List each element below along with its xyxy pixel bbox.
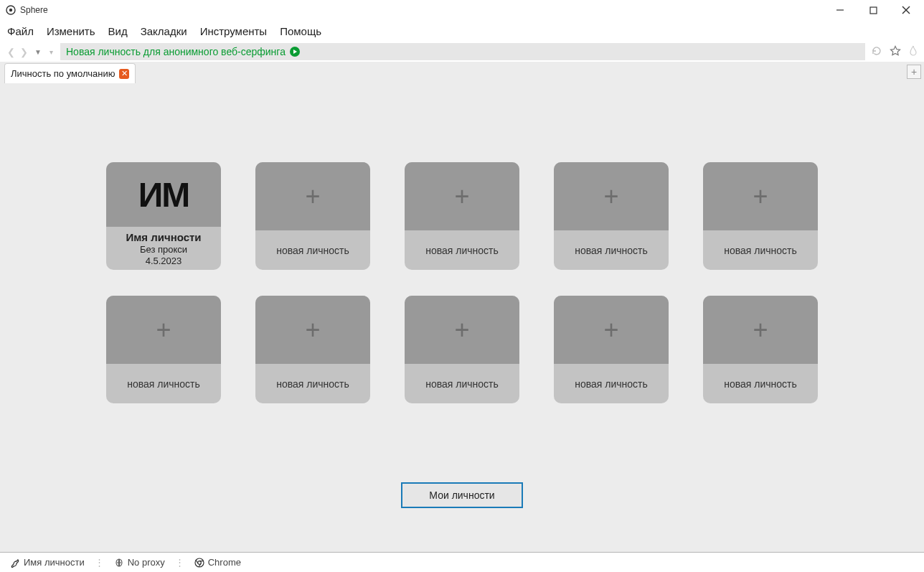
new-identity-card[interactable]: + новая личность (255, 296, 370, 403)
status-separator: ⋮ (175, 557, 184, 568)
svg-rect-3 (870, 7, 877, 14)
new-identity-label: новая личность (276, 245, 349, 256)
close-button[interactable] (890, 0, 923, 20)
new-identity-label: новая личность (724, 378, 797, 390)
my-identities-button[interactable]: Мои личности (401, 482, 523, 508)
new-identity-card[interactable]: + новая личность (554, 162, 669, 270)
new-identity-card[interactable]: + новая личность (106, 296, 221, 403)
new-identity-label: новая личность (425, 245, 499, 256)
new-identity-label: новая личность (425, 378, 499, 390)
tab-label: Личность по умолчанию (11, 68, 115, 79)
plus-icon: + (305, 182, 320, 212)
tab-close-icon[interactable]: ✕ (119, 69, 129, 79)
forward-button[interactable]: ❯ (19, 47, 29, 57)
flame-icon[interactable] (908, 45, 918, 59)
new-identity-card[interactable]: + новая личность (703, 162, 818, 270)
addressbar: ❮ ❯ ▼ ▾ Новая личность для анонимного ве… (0, 42, 924, 62)
plus-icon: + (156, 315, 171, 345)
minimize-button[interactable] (824, 0, 857, 20)
tabbar: Личность по умолчанию ✕ + (0, 62, 924, 83)
window-controls (824, 0, 923, 20)
new-identity-card[interactable]: + новая личность (554, 296, 669, 403)
status-proxy[interactable]: No proxy (110, 555, 169, 570)
new-identity-label: новая личность (724, 245, 797, 256)
history-dropdown[interactable]: ▼ (34, 48, 42, 56)
status-separator: ⋮ (95, 557, 104, 568)
identity-date: 4.5.2023 (146, 255, 182, 266)
new-identity-label: новая личность (575, 378, 648, 390)
new-identity-card[interactable]: + новая личность (405, 296, 519, 403)
plus-icon: + (753, 182, 768, 212)
url-text: Новая личность для анонимного веб-серфин… (66, 46, 286, 57)
url-field[interactable]: Новая личность для анонимного веб-серфин… (60, 43, 865, 60)
identity-initials: ИМ (106, 162, 221, 227)
identity-card[interactable]: ИМ Имя личности Без прокси 4.5.2023 (106, 162, 221, 270)
plus-icon: + (454, 182, 469, 212)
identity-name: Имя личности (126, 231, 201, 243)
reload-icon[interactable] (871, 45, 882, 59)
new-identity-label: новая личность (575, 245, 648, 256)
menu-view[interactable]: Вид (108, 25, 128, 37)
nav-arrows: ❮ ❯ (6, 47, 29, 57)
titlebar: Sphere (0, 0, 924, 20)
identity-proxy: Без прокси (140, 244, 187, 255)
history-dropdown-2[interactable]: ▾ (47, 48, 55, 56)
back-button[interactable]: ❮ (6, 47, 16, 57)
menu-tools[interactable]: Инструменты (200, 25, 268, 37)
tab-default-identity[interactable]: Личность по умолчанию ✕ (4, 63, 136, 83)
identities-grid: ИМ Имя личности Без прокси 4.5.2023 + но… (103, 162, 821, 403)
app-title: Sphere (20, 5, 48, 15)
add-tab-button[interactable]: + (907, 65, 921, 79)
content-area: ИМ Имя личности Без прокси 4.5.2023 + но… (0, 83, 924, 552)
menu-help[interactable]: Помощь (280, 25, 321, 37)
status-browser[interactable]: Chrome (190, 555, 245, 570)
new-identity-card[interactable]: + новая личность (405, 162, 519, 270)
plus-icon: + (753, 315, 768, 345)
statusbar: Имя личности ⋮ No proxy ⋮ Chrome (0, 552, 924, 572)
new-identity-card[interactable]: + новая личность (703, 296, 818, 403)
plus-icon: + (603, 315, 618, 345)
menu-edit[interactable]: Изменить (47, 25, 95, 37)
plus-icon: + (603, 182, 618, 212)
plus-icon: + (454, 315, 469, 345)
star-icon[interactable] (890, 45, 901, 59)
identity-card-info: Имя личности Без прокси 4.5.2023 (106, 227, 221, 270)
app-icon (6, 5, 16, 15)
go-icon[interactable] (290, 47, 300, 57)
my-identities-label: Мои личности (429, 489, 494, 501)
menu-bookmarks[interactable]: Закладки (141, 25, 187, 37)
new-identity-label: новая личность (276, 378, 349, 390)
menubar: Файл Изменить Вид Закладки Инструменты П… (0, 20, 924, 42)
status-identity[interactable]: Имя личности (6, 555, 89, 570)
new-identity-label: новая личность (127, 378, 200, 390)
plus-icon: + (305, 315, 320, 345)
menu-file[interactable]: Файл (7, 25, 34, 37)
maximize-button[interactable] (857, 0, 890, 20)
new-identity-card[interactable]: + новая личность (255, 162, 370, 270)
svg-point-1 (9, 9, 12, 11)
